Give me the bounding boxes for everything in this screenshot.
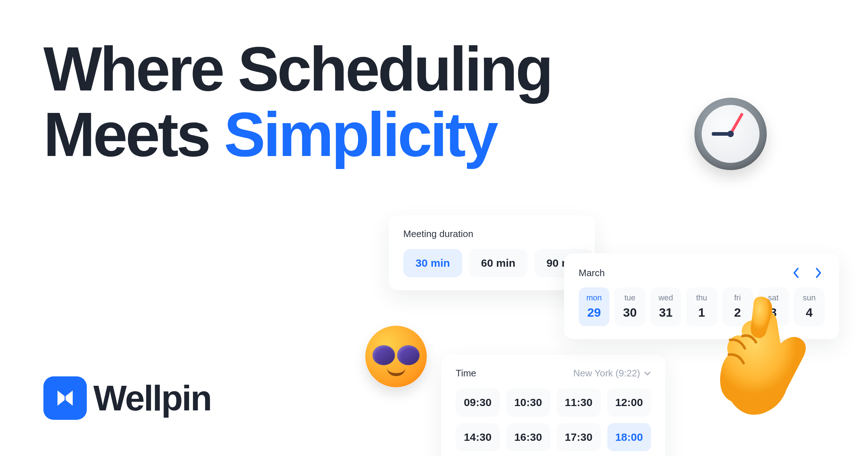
duration-label: Meeting duration — [403, 228, 580, 240]
timezone-select[interactable]: New York (9:22) — [573, 368, 651, 379]
time-slot[interactable]: 18:00 — [607, 423, 651, 451]
month-nav — [790, 266, 825, 279]
time-slot[interactable]: 09:30 — [456, 388, 500, 417]
shaka-hand-icon — [694, 290, 817, 427]
headline-accent: Simplicity — [224, 100, 496, 169]
day-number: 31 — [653, 305, 678, 320]
day-number: 30 — [617, 305, 642, 320]
time-slot[interactable]: 14:30 — [456, 423, 500, 451]
day-cell[interactable]: tue30 — [614, 287, 645, 326]
duration-option[interactable]: 30 min — [403, 249, 462, 277]
time-slot[interactable]: 10:30 — [506, 388, 550, 417]
time-picker-card: Time New York (9:22) 09:3010:3011:3012:0… — [441, 355, 665, 456]
day-cell[interactable]: mon29 — [579, 287, 609, 326]
day-abbr: tue — [617, 293, 642, 303]
prev-month-button[interactable] — [790, 266, 803, 279]
chevron-left-icon — [793, 267, 800, 279]
month-label: March — [579, 267, 605, 279]
brand-logo-mark-icon — [43, 376, 87, 420]
day-abbr: mon — [582, 293, 607, 303]
duration-option[interactable]: 60 min — [469, 249, 528, 277]
time-slot[interactable]: 17:30 — [557, 423, 601, 451]
hero-headline: Where Scheduling Meets Simplicity — [43, 36, 551, 167]
day-abbr: wed — [653, 293, 678, 303]
time-slot[interactable]: 11:30 — [557, 388, 601, 417]
brand-name: Wellpin — [93, 378, 211, 419]
cool-face-emoji-icon — [365, 326, 427, 387]
next-month-button[interactable] — [812, 266, 825, 279]
chevron-down-icon — [644, 370, 651, 377]
time-slot[interactable]: 12:00 — [607, 388, 651, 417]
headline-line-2: Meets Simplicity — [43, 102, 551, 167]
time-label: Time — [456, 368, 476, 379]
headline-line-1: Where Scheduling — [43, 36, 551, 102]
timezone-value: New York (9:22) — [573, 368, 640, 379]
clock-icon — [694, 98, 767, 170]
chevron-right-icon — [814, 267, 822, 279]
day-cell[interactable]: wed31 — [650, 287, 681, 326]
brand-logo: Wellpin — [43, 376, 211, 420]
day-number: 29 — [582, 305, 607, 320]
time-slot[interactable]: 16:30 — [506, 423, 550, 451]
